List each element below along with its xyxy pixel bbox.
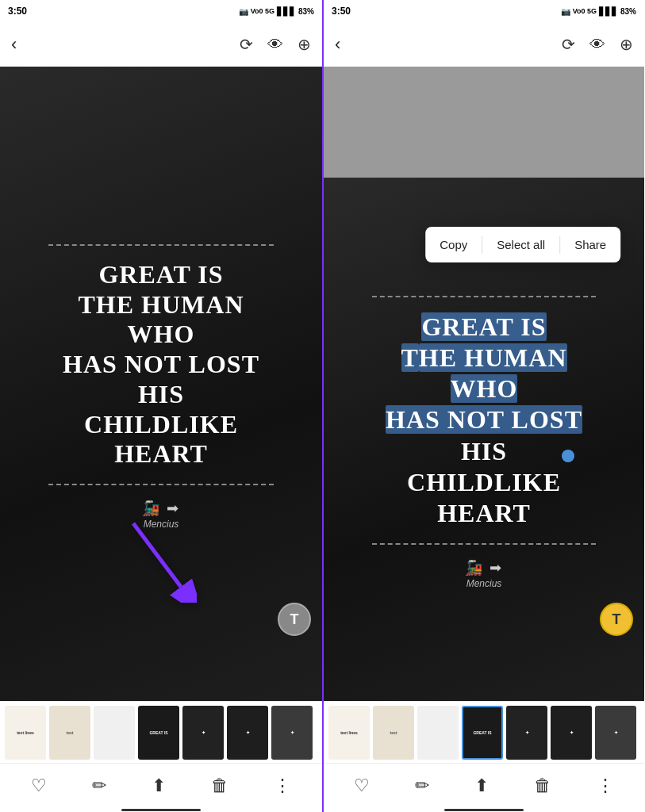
edit-button-right[interactable]: ✏ xyxy=(415,776,429,796)
settings-icon-right[interactable]: ⊕ xyxy=(620,36,633,52)
quote-text-left: GREAT ISTHE HUMANWHOHAS NOT LOSTHISCHILD… xyxy=(47,252,275,477)
heart-button-right[interactable]: ♡ xyxy=(354,776,370,796)
network-icon-left: Vo0 5G xyxy=(251,7,275,15)
thumb-r4[interactable]: GREAT IS xyxy=(462,706,503,760)
grey-top-area xyxy=(324,67,644,178)
purple-arrow xyxy=(125,515,197,603)
deco-line-top-left xyxy=(48,244,274,246)
top-nav-left: ‹ ⟳ 👁 ⊕ xyxy=(0,22,322,67)
delete-button-left[interactable]: 🗑 xyxy=(211,776,228,796)
thumb-r5[interactable]: ✦ xyxy=(506,706,547,760)
settings-icon-left[interactable]: ⊕ xyxy=(298,36,311,52)
highlighted-text-4: WHO xyxy=(451,374,518,403)
quote-card-left: GREAT ISTHE HUMANWHOHAS NOT LOSTHISCHILD… xyxy=(0,67,322,701)
highlighted-text-3: HE HUMAN xyxy=(419,343,567,372)
camera-icon-right: 📷 xyxy=(561,7,570,16)
thumb-2[interactable]: text xyxy=(49,706,90,760)
thumb-5[interactable]: ✦ xyxy=(182,706,224,760)
top-nav-right: ‹ ⟳ 👁 ⊕ xyxy=(324,22,644,67)
quote-bottom-right: 🚂 ➡ Mencius xyxy=(465,559,503,589)
thumb-r1[interactable]: text lines xyxy=(328,706,370,760)
thumb-1[interactable]: text lines xyxy=(5,706,46,760)
signal-bars-right: ▋▋▋ xyxy=(599,7,618,16)
train-icon-right: 🚂 ➡ xyxy=(465,559,503,576)
scan-icon-left[interactable]: ⟳ xyxy=(240,36,253,52)
context-menu: Copy Select all Share xyxy=(425,227,620,262)
bottom-toolbar-left: ♡ ✏ ⬆ 🗑 ⋮ xyxy=(0,763,322,807)
deco-line-bottom-right xyxy=(372,543,597,545)
train-icon-left: 🚂 ➡ xyxy=(142,500,180,517)
back-button-right[interactable]: ‹ xyxy=(335,36,340,53)
t-button-right[interactable]: T xyxy=(600,603,633,636)
edit-button-left[interactable]: ✏ xyxy=(92,776,106,796)
thumb-7[interactable]: ✦ xyxy=(271,706,313,760)
eye-icon-left[interactable]: 👁 xyxy=(267,36,283,52)
share-button-left[interactable]: ⬆ xyxy=(152,776,166,796)
copy-menu-item[interactable]: Copy xyxy=(425,232,482,258)
bottom-toolbar-right: ♡ ✏ ⬆ 🗑 ⋮ xyxy=(324,763,644,807)
time-left: 3:50 xyxy=(8,6,27,17)
signal-bars-left: ▋▋▋ xyxy=(277,7,296,16)
deco-line-bottom-left xyxy=(48,484,274,485)
right-panel: 3:50 📷 Vo0 5G ▋▋▋ 83% ‹ ⟳ 👁 ⊕ Copy Selec… xyxy=(322,0,644,812)
more-button-left[interactable]: ⋮ xyxy=(274,776,291,796)
camera-icon-left: 📷 xyxy=(239,7,248,16)
eye-icon-right[interactable]: 👁 xyxy=(589,36,605,52)
status-icons-right: 📷 Vo0 5G ▋▋▋ 83% xyxy=(561,7,636,16)
deco-line-top-right xyxy=(372,296,597,297)
quote-main-left: GREAT ISTHE HUMANWHOHAS NOT LOSTHISCHILD… xyxy=(63,260,259,469)
quote-text-right: GREAT IS THE HUMAN WHO HAS NOT LOST HISC… xyxy=(370,304,598,536)
network-icon-right: Vo0 5G xyxy=(573,7,597,15)
thumb-r7[interactable]: ✦ xyxy=(595,706,636,760)
thumb-6[interactable]: ✦ xyxy=(227,706,268,760)
heart-button-left[interactable]: ♡ xyxy=(31,776,47,796)
battery-right: 83% xyxy=(620,7,636,16)
status-bar-left: 3:50 📷 Vo0 5G ▋▋▋ 83% xyxy=(0,0,322,22)
highlighted-text-1: GREAT IS xyxy=(421,312,546,341)
image-area-left: GREAT ISTHE HUMANWHOHAS NOT LOSTHISCHILD… xyxy=(0,67,322,701)
select-all-menu-item[interactable]: Select all xyxy=(482,232,559,258)
status-icons-left: 📷 Vo0 5G ▋▋▋ 83% xyxy=(239,7,314,16)
more-button-right[interactable]: ⋮ xyxy=(597,776,614,796)
status-bar-right: 3:50 📷 Vo0 5G ▋▋▋ 83% xyxy=(324,0,644,22)
home-indicator-left xyxy=(0,807,322,812)
t-button-left[interactable]: T xyxy=(278,603,311,636)
author-right: Mencius xyxy=(466,578,502,589)
highlighted-text-2: T xyxy=(401,343,419,372)
share-button-right[interactable]: ⬆ xyxy=(474,776,489,796)
scan-icon-right[interactable]: ⟳ xyxy=(562,36,575,52)
thumb-r6[interactable]: ✦ xyxy=(551,706,592,760)
left-panel: 3:50 📷 Vo0 5G ▋▋▋ 83% ‹ ⟳ 👁 ⊕ GREAT ISTH… xyxy=(0,0,322,812)
delete-button-right[interactable]: 🗑 xyxy=(534,776,551,796)
thumb-3[interactable] xyxy=(94,706,135,760)
thumb-4[interactable]: GREAT IS xyxy=(138,706,179,760)
battery-left: 83% xyxy=(298,7,314,16)
svg-line-1 xyxy=(133,523,181,587)
thumb-strip-right: text lines text GREAT IS ✦ ✦ ✦ xyxy=(324,701,644,763)
share-menu-item[interactable]: Share xyxy=(560,232,620,258)
time-right: 3:50 xyxy=(332,6,351,17)
home-bar-right xyxy=(444,809,524,811)
thumb-r3[interactable] xyxy=(417,706,459,760)
home-indicator-right xyxy=(324,807,644,812)
image-area-right: Copy Select all Share GREAT IS THE HUMAN… xyxy=(324,178,644,701)
thumb-r2[interactable]: text xyxy=(373,706,414,760)
highlighted-text-5: HAS NOT LOST xyxy=(386,405,582,434)
back-button-left[interactable]: ‹ xyxy=(11,36,17,53)
home-bar-left xyxy=(121,809,201,811)
thumb-strip-left: text lines text GREAT IS ✦ ✦ ✦ xyxy=(0,701,322,763)
quote-main-right: GREAT IS THE HUMAN WHO HAS NOT LOST HISC… xyxy=(386,312,582,528)
arrow-overlay-left xyxy=(125,515,197,606)
